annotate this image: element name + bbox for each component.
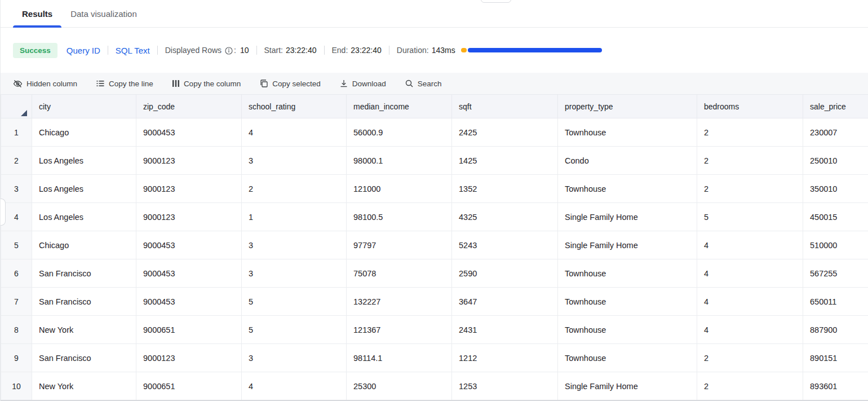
cell-zip_code[interactable]: 9000123	[136, 203, 242, 231]
row-number-cell[interactable]: 2	[1, 147, 32, 175]
cell-city[interactable]: San Francisco	[32, 259, 136, 288]
row-number-cell[interactable]: 7	[1, 288, 32, 316]
cell-city[interactable]: Chicago	[32, 118, 136, 147]
cell-property_type[interactable]: Townhouse	[558, 316, 697, 344]
cell-city[interactable]: Chicago	[32, 231, 136, 259]
column-header-school_rating[interactable]: school_rating	[242, 95, 347, 118]
cell-city[interactable]: San Francisco	[32, 344, 136, 372]
cell-median_income[interactable]: 75078	[347, 259, 452, 288]
cell-property_type[interactable]: Single Family Home	[558, 231, 697, 259]
column-header-sale_price[interactable]: sale_price	[803, 95, 868, 118]
column-header-zip_code[interactable]: zip_code	[136, 95, 242, 118]
cell-sale_price[interactable]: 350010	[803, 175, 868, 203]
cell-property_type[interactable]: Townhouse	[558, 288, 697, 316]
row-number-cell[interactable]: 3	[1, 175, 32, 203]
query-id-link[interactable]: Query ID	[67, 46, 100, 55]
cell-property_type[interactable]: Condo	[558, 147, 697, 175]
column-header-sqft[interactable]: sqft	[452, 95, 558, 118]
cell-zip_code[interactable]: 9000453	[136, 288, 242, 316]
cell-median_income[interactable]: 121000	[347, 175, 452, 203]
toolbar-button-copy-the-column[interactable]: Copy the column	[172, 79, 241, 88]
cell-bedrooms[interactable]: 5	[697, 203, 803, 231]
cell-bedrooms[interactable]: 4	[697, 316, 803, 344]
cell-bedrooms[interactable]: 4	[697, 288, 803, 316]
cell-median_income[interactable]: 56000.9	[347, 118, 452, 147]
select-all-triangle-icon[interactable]	[21, 110, 27, 116]
cell-zip_code[interactable]: 9000651	[136, 372, 242, 400]
cell-sale_price[interactable]: 510000	[803, 231, 868, 259]
cell-sale_price[interactable]: 650011	[803, 288, 868, 316]
column-header-median_income[interactable]: median_income	[347, 95, 452, 118]
cell-zip_code[interactable]: 9000123	[136, 344, 242, 372]
cell-zip_code[interactable]: 9000453	[136, 231, 242, 259]
cell-city[interactable]: Los Angeles	[32, 203, 136, 231]
cell-median_income[interactable]: 98114.1	[347, 344, 452, 372]
cell-school_rating[interactable]: 3	[242, 344, 347, 372]
toolbar-button-download[interactable]: Download	[339, 79, 386, 88]
cell-sale_price[interactable]: 567255	[803, 259, 868, 288]
cell-zip_code[interactable]: 9000123	[136, 147, 242, 175]
cell-bedrooms[interactable]: 4	[697, 231, 803, 259]
row-number-cell[interactable]: 8	[1, 316, 32, 344]
cell-sale_price[interactable]: 450015	[803, 203, 868, 231]
row-number-cell[interactable]: 6	[1, 259, 32, 288]
row-number-cell[interactable]: 10	[1, 372, 32, 400]
cell-sqft[interactable]: 2431	[452, 316, 558, 344]
cell-zip_code[interactable]: 9000123	[136, 175, 242, 203]
cell-school_rating[interactable]: 3	[242, 231, 347, 259]
toolbar-button-copy-the-line[interactable]: Copy the line	[96, 79, 153, 88]
cell-school_rating[interactable]: 2	[242, 175, 347, 203]
cell-school_rating[interactable]: 4	[242, 118, 347, 147]
cell-median_income[interactable]: 25300	[347, 372, 452, 400]
cell-zip_code[interactable]: 9000453	[136, 118, 242, 147]
tab-data-visualization[interactable]: Data visualization	[61, 0, 146, 27]
cell-bedrooms[interactable]: 2	[697, 175, 803, 203]
cell-property_type[interactable]: Single Family Home	[558, 372, 697, 400]
cell-city[interactable]: Los Angeles	[32, 175, 136, 203]
column-header-property_type[interactable]: property_type	[558, 95, 697, 118]
column-header-city[interactable]: city	[32, 95, 136, 118]
cell-property_type[interactable]: Townhouse	[558, 118, 697, 147]
sql-text-link[interactable]: SQL Text	[116, 46, 150, 55]
cell-sqft[interactable]: 1352	[452, 175, 558, 203]
cell-sqft[interactable]: 2590	[452, 259, 558, 288]
cell-city[interactable]: New York	[32, 372, 136, 400]
column-header-bedrooms[interactable]: bedrooms	[697, 95, 803, 118]
cell-school_rating[interactable]: 1	[242, 203, 347, 231]
cell-property_type[interactable]: Townhouse	[558, 259, 697, 288]
cell-property_type[interactable]: Single Family Home	[558, 203, 697, 231]
cell-bedrooms[interactable]: 2	[697, 118, 803, 147]
cell-bedrooms[interactable]: 2	[697, 147, 803, 175]
cell-city[interactable]: Los Angeles	[32, 147, 136, 175]
cell-sqft[interactable]: 1253	[452, 372, 558, 400]
row-number-cell[interactable]: 1	[1, 118, 32, 147]
cell-sale_price[interactable]: 893601	[803, 372, 868, 400]
cell-school_rating[interactable]: 3	[242, 259, 347, 288]
select-all-corner-cell[interactable]	[1, 95, 32, 118]
info-icon[interactable]	[225, 47, 233, 56]
cell-median_income[interactable]: 98100.5	[347, 203, 452, 231]
cell-property_type[interactable]: Townhouse	[558, 344, 697, 372]
cell-city[interactable]: San Francisco	[32, 288, 136, 316]
cell-school_rating[interactable]: 5	[242, 316, 347, 344]
cell-median_income[interactable]: 97797	[347, 231, 452, 259]
cell-sale_price[interactable]: 250010	[803, 147, 868, 175]
cell-bedrooms[interactable]: 4	[697, 259, 803, 288]
panel-collapse-handle[interactable]	[1, 199, 6, 226]
cell-sale_price[interactable]: 887900	[803, 316, 868, 344]
cell-sqft[interactable]: 2425	[452, 118, 558, 147]
cell-sale_price[interactable]: 890151	[803, 344, 868, 372]
cell-property_type[interactable]: Townhouse	[558, 175, 697, 203]
cell-city[interactable]: New York	[32, 316, 136, 344]
row-number-cell[interactable]: 9	[1, 344, 32, 372]
cell-zip_code[interactable]: 9000453	[136, 259, 242, 288]
cell-sqft[interactable]: 1425	[452, 147, 558, 175]
toolbar-button-search[interactable]: Search	[405, 79, 442, 88]
partial-button-top-edge[interactable]	[481, 0, 511, 3]
cell-sqft[interactable]: 1212	[452, 344, 558, 372]
cell-median_income[interactable]: 132227	[347, 288, 452, 316]
cell-bedrooms[interactable]: 2	[697, 372, 803, 400]
cell-median_income[interactable]: 98000.1	[347, 147, 452, 175]
cell-school_rating[interactable]: 5	[242, 288, 347, 316]
cell-bedrooms[interactable]: 2	[697, 344, 803, 372]
